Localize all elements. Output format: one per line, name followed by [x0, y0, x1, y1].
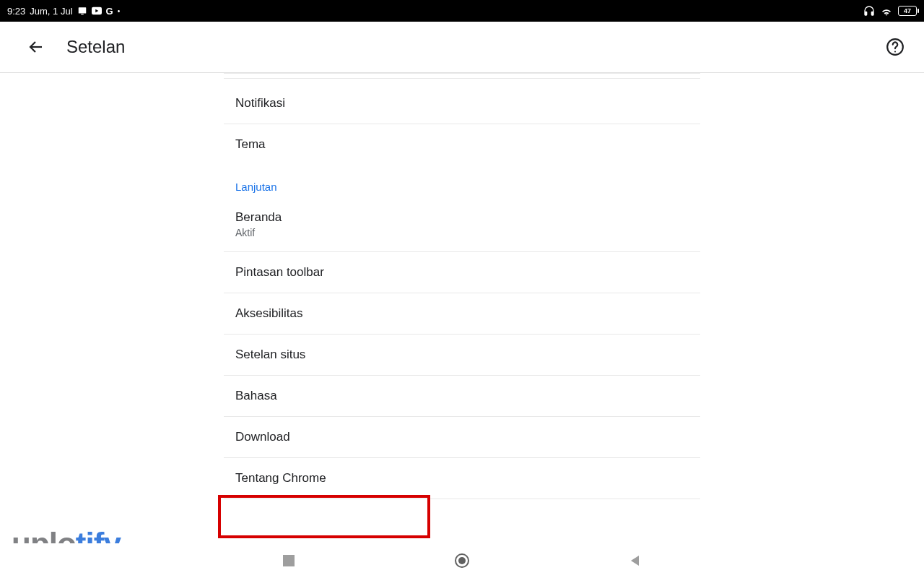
setting-label: Tentang Chrome	[235, 471, 689, 486]
setting-label: Download	[235, 430, 689, 444]
status-date: Jum, 1 Jul	[30, 6, 72, 17]
section-header-lanjutan: Lanjutan	[224, 165, 700, 197]
setting-item-aksesibilitas[interactable]: Aksesibilitas	[224, 293, 700, 335]
status-bar: 9:23 Jum, 1 Jul G • 47	[0, 0, 924, 22]
app-bar: Setelan	[0, 22, 924, 73]
setting-item-bahasa[interactable]: Bahasa	[224, 376, 700, 417]
setting-label: Pintasan toolbar	[235, 265, 689, 280]
settings-content: Notifikasi Tema Lanjutan Beranda Aktif P…	[0, 73, 924, 499]
setting-item-download[interactable]: Download	[224, 417, 700, 458]
svg-rect-1	[81, 14, 84, 14]
status-left: 9:23 Jum, 1 Jul G •	[7, 6, 120, 17]
nav-recents-button[interactable]	[274, 546, 303, 575]
svg-rect-4	[865, 12, 867, 15]
dot-icon: •	[118, 7, 121, 15]
svg-marker-12	[631, 556, 639, 566]
setting-item-beranda[interactable]: Beranda Aktif	[224, 197, 700, 252]
settings-list: Notifikasi Tema Lanjutan Beranda Aktif P…	[224, 73, 700, 499]
status-right: 47	[863, 5, 917, 17]
setting-item-partial[interactable]	[224, 73, 700, 79]
setting-subtitle: Aktif	[235, 227, 689, 238]
highlight-box	[218, 495, 430, 538]
headphone-icon	[863, 5, 875, 17]
setting-item-tentang-chrome[interactable]: Tentang Chrome	[224, 458, 700, 499]
svg-rect-0	[78, 7, 86, 13]
page-title: Setelan	[66, 37, 881, 57]
setting-item-setelan-situs[interactable]: Setelan situs	[224, 335, 700, 376]
setting-item-pintasan[interactable]: Pintasan toolbar	[224, 252, 700, 293]
svg-point-11	[458, 557, 466, 564]
google-icon: G	[106, 6, 113, 17]
setting-label: Notifikasi	[235, 96, 689, 111]
svg-rect-5	[871, 12, 873, 15]
battery-icon: 47	[898, 6, 917, 16]
back-button[interactable]	[22, 33, 51, 61]
youtube-icon	[92, 7, 102, 15]
nav-bar	[0, 543, 924, 578]
setting-label: Beranda	[235, 210, 689, 225]
setting-item-tema[interactable]: Tema	[224, 124, 700, 165]
nav-home-button[interactable]	[448, 546, 476, 575]
help-button[interactable]	[881, 33, 910, 61]
setting-label: Setelan situs	[235, 348, 689, 362]
battery-level: 47	[904, 7, 911, 14]
setting-label: Tema	[235, 137, 689, 152]
screenshot-icon	[77, 6, 87, 16]
nav-back-button[interactable]	[621, 546, 650, 575]
setting-label: Aksesibilitas	[235, 306, 689, 321]
wifi-icon	[881, 6, 892, 16]
setting-label: Bahasa	[235, 389, 689, 403]
svg-rect-9	[283, 555, 295, 566]
svg-point-8	[894, 51, 896, 52]
setting-item-notifikasi[interactable]: Notifikasi	[224, 83, 700, 124]
status-time: 9:23	[7, 6, 25, 17]
